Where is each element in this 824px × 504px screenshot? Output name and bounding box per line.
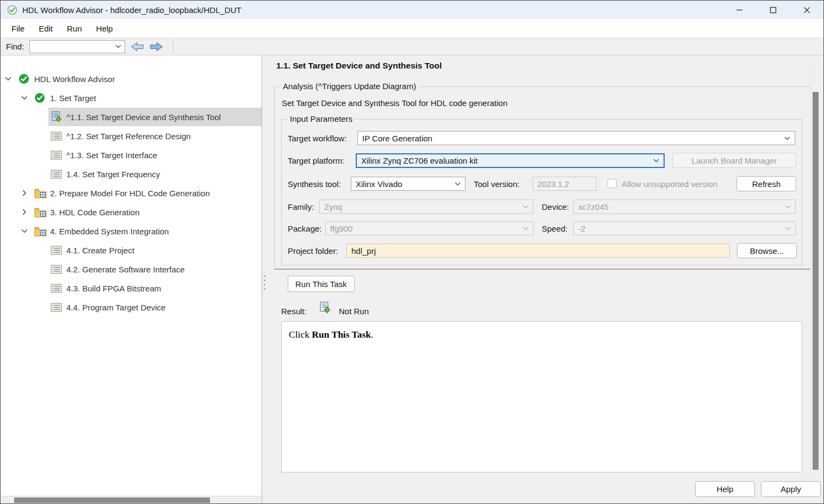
package-label: Package: <box>288 224 322 233</box>
tree-item-set-target-frequency[interactable]: 1.4. Set Target Frequency <box>1 166 262 182</box>
family-label: Family: <box>288 202 314 211</box>
tree-item-set-target-interface[interactable]: ^1.3. Set Target Interface <box>1 147 262 163</box>
tree-item-hdl-workflow-advisor[interactable]: HDL Workflow Advisor <box>1 71 262 87</box>
chevron-down-icon[interactable] <box>20 227 29 235</box>
folder-task-icon <box>34 207 47 217</box>
apply-button[interactable]: Apply <box>761 481 821 497</box>
tree-horizontal-scrollbar[interactable] <box>1 496 262 503</box>
result-message: Click Run This Task. <box>289 329 802 340</box>
chevron-down-icon[interactable] <box>115 45 121 48</box>
maximize-button[interactable] <box>756 1 790 19</box>
tree-item-label: 4.4. Program Target Device <box>66 303 165 312</box>
chevron-down-icon <box>785 227 791 231</box>
target-workflow-dropdown[interactable]: IP Core Generation <box>357 131 795 145</box>
menu-help[interactable]: Help <box>90 22 120 35</box>
run-task-icon <box>51 111 63 123</box>
result-label: Result: <box>281 307 307 316</box>
chevron-down-icon <box>523 227 529 231</box>
tree-item-label: 3. HDL Code Generation <box>50 208 140 217</box>
tree-item-build-fpga-bitstream[interactable]: 4.3. Build FPGA Bitstream <box>1 280 262 296</box>
help-button[interactable]: Help <box>695 481 755 497</box>
chevron-down-icon <box>523 205 529 209</box>
tree-item-embedded-system-integration[interactable]: 4. Embedded System Integration <box>1 223 262 239</box>
tree-item-program-target-device[interactable]: 4.4. Program Target Device <box>1 299 262 315</box>
package-dropdown: ffg900 <box>325 221 534 235</box>
chevron-down-icon <box>784 136 790 140</box>
input-parameters-legend: Input Parameters <box>287 114 355 123</box>
task-description: Set Target Device and Synthesis Tool for… <box>282 98 507 108</box>
tree-item-label: 1. Set Target <box>50 94 96 103</box>
panel-splitter[interactable] <box>262 55 267 503</box>
speed-dropdown: -2 <box>573 221 796 235</box>
splitter-grip-icon[interactable] <box>264 275 265 293</box>
menu-file[interactable]: File <box>5 22 31 35</box>
synthesis-tool-label: Synthesis tool: <box>288 179 341 189</box>
check-passed-icon <box>18 73 29 84</box>
task-list-icon <box>51 132 62 141</box>
tree-item-label: ^1.2. Set Target Reference Design <box>66 132 191 141</box>
advisor-app-icon <box>7 5 17 15</box>
tree-item-label: 1.4. Set Target Frequency <box>66 170 160 179</box>
task-list-icon <box>51 303 62 312</box>
tree-item-label: 4.1. Create Project <box>66 246 134 255</box>
device-label: Device: <box>542 202 569 211</box>
tool-version-field: 2023.1.2 <box>532 177 597 191</box>
not-run-status-icon <box>319 301 331 314</box>
chevron-right-icon[interactable] <box>20 208 29 216</box>
launch-board-manager-button: Launch Board Manager <box>672 153 796 168</box>
toolbar-separator <box>173 41 174 53</box>
find-next-button[interactable] <box>150 41 163 52</box>
hdl-workflow-advisor-window: HDL Workflow Advisor - hdlcoder_radio_lo… <box>0 0 824 504</box>
tree-item-set-target-device-and-synthesis-tool[interactable]: ^1.1. Set Target Device and Synthesis To… <box>1 109 262 125</box>
find-label: Find: <box>6 42 24 51</box>
browse-button[interactable]: Browse... <box>737 243 797 258</box>
workflow-tree-panel: HDL Workflow Advisor 1. Set Target ^1.1.… <box>1 55 262 503</box>
tree-item-create-project[interactable]: 4.1. Create Project <box>1 242 262 258</box>
chevron-down-icon <box>455 182 461 186</box>
tree-item-hdl-code-generation[interactable]: 3. HDL Code Generation <box>1 204 262 220</box>
run-this-task-button[interactable]: Run This Task <box>288 276 355 292</box>
task-list-icon <box>51 170 62 179</box>
scrollbar-thumb[interactable] <box>813 92 819 470</box>
tree-item-label: 4. Embedded System Integration <box>50 227 169 236</box>
device-dropdown: xc7z045 <box>573 200 796 214</box>
synthesis-tool-dropdown[interactable]: Xilinx Vivado <box>351 177 466 191</box>
task-list-icon <box>51 151 62 160</box>
chevron-down-icon[interactable] <box>20 94 29 102</box>
target-platform-label: Target platform: <box>288 156 344 165</box>
target-platform-dropdown[interactable]: Xilinx Zynq ZC706 evaluation kit <box>356 153 665 168</box>
menubar: File Edit Run Help <box>1 19 823 38</box>
find-toolbar: Find: <box>1 38 823 55</box>
menu-run[interactable]: Run <box>60 22 89 35</box>
task-title: 1.1. Set Target Device and Synthesis Too… <box>276 61 442 71</box>
find-combobox[interactable] <box>29 40 125 53</box>
tree-item-set-target-reference-design[interactable]: ^1.2. Set Target Reference Design <box>1 128 262 144</box>
scrollbar-thumb[interactable] <box>14 497 210 503</box>
find-previous-button[interactable] <box>131 41 144 52</box>
find-input[interactable] <box>30 41 115 53</box>
titlebar: HDL Workflow Advisor - hdlcoder_radio_lo… <box>1 1 823 19</box>
chevron-down-icon[interactable] <box>4 75 13 83</box>
result-status: Not Run <box>339 307 369 316</box>
minimize-button[interactable] <box>722 1 756 19</box>
task-list-icon <box>51 265 62 274</box>
window-title: HDL Workflow Advisor - hdlcoder_radio_lo… <box>22 5 241 15</box>
folder-task-icon <box>34 188 47 198</box>
task-detail-panel: 1.1. Set Target Device and Synthesis Too… <box>267 55 823 503</box>
chevron-right-icon[interactable] <box>20 189 29 197</box>
allow-unsupported-checkbox <box>608 179 617 188</box>
tree-item-label: 4.2. Generate Software Interface <box>66 265 185 274</box>
allow-unsupported-label: Allow unsupported version <box>622 179 717 189</box>
refresh-button[interactable]: Refresh <box>736 176 796 191</box>
tree-item-prepare-model[interactable]: 2. Prepare Model For HDL Code Generation <box>1 185 262 201</box>
tree-item-label: ^1.1. Set Target Device and Synthesis To… <box>66 113 221 122</box>
close-button[interactable] <box>790 1 823 19</box>
speed-label: Speed: <box>542 224 568 233</box>
menu-edit[interactable]: Edit <box>32 22 59 35</box>
tree-item-generate-software-interface[interactable]: 4.2. Generate Software Interface <box>1 261 262 277</box>
tree-item-set-target[interactable]: 1. Set Target <box>1 90 262 106</box>
task-list-icon <box>51 284 62 293</box>
project-folder-input[interactable]: hdl_prj <box>346 244 730 258</box>
tool-version-label: Tool version: <box>474 179 519 189</box>
analysis-legend: Analysis (^Triggers Update Diagram) <box>280 82 419 91</box>
